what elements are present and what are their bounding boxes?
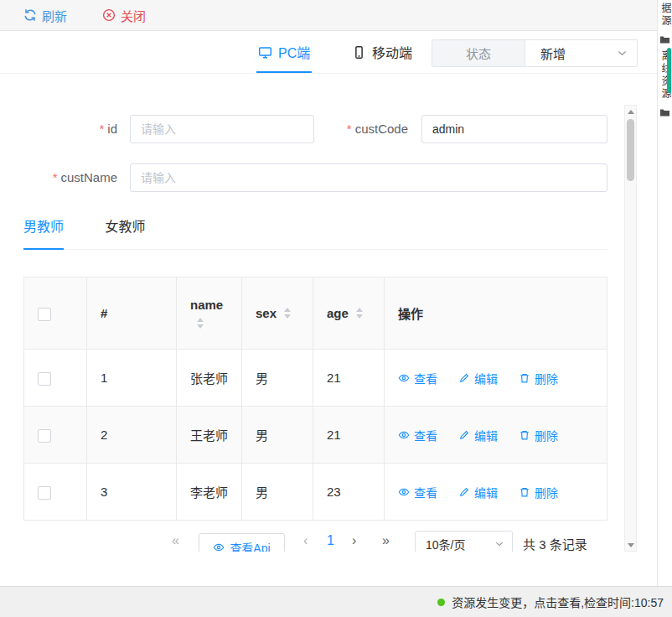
chevron-down-icon: [495, 542, 504, 547]
table-header-row: # name sex age 操作: [24, 277, 607, 350]
id-field-label: *id: [34, 115, 117, 143]
mobile-icon: [352, 45, 366, 60]
edit-icon: [458, 486, 470, 498]
status-action-group: 状态 新增: [432, 39, 638, 67]
chevron-down-icon: [618, 50, 627, 56]
edit-icon: [458, 372, 470, 384]
required-mark: *: [99, 122, 104, 136]
row-checkbox[interactable]: [38, 372, 51, 386]
cell-index: 1: [87, 350, 177, 407]
trash-icon: [519, 429, 530, 441]
col-header-age: age: [313, 277, 385, 350]
view-button[interactable]: 查看: [398, 427, 437, 443]
col-header-checkbox: [24, 277, 87, 350]
status-addon[interactable]: 状态: [432, 39, 525, 67]
scrollbar-thumb[interactable]: [627, 119, 634, 181]
action-select-value: 新增: [540, 44, 566, 62]
trash-icon: [519, 486, 530, 498]
page-size-select[interactable]: 10条/页: [415, 531, 513, 552]
eye-icon: [213, 542, 225, 552]
sort-icons[interactable]: [356, 308, 363, 319]
view-api-label: 查看Api: [230, 539, 270, 552]
trash-icon: [519, 372, 530, 384]
refresh-label: 刷新: [42, 7, 67, 24]
custcode-input[interactable]: [421, 115, 607, 143]
tab-male-teacher[interactable]: 男教师: [23, 218, 64, 250]
edit-button[interactable]: 编辑: [458, 484, 498, 500]
cell-sex: 男: [242, 407, 313, 464]
total-records-label: 共 3 条记录: [523, 535, 587, 552]
close-circle-icon: [102, 8, 116, 22]
cell-sex: 男: [242, 464, 313, 521]
edit-button[interactable]: 编辑: [458, 427, 498, 443]
cell-age: 21: [313, 407, 385, 464]
tab-mobile[interactable]: 移动端: [352, 31, 412, 73]
folder-icon[interactable]: [659, 106, 670, 117]
sort-icons[interactable]: [284, 308, 291, 319]
right-rail: 据源 离线资源: [657, 0, 672, 586]
view-button[interactable]: 查看: [398, 484, 437, 500]
id-input[interactable]: [130, 115, 314, 143]
first-page-button[interactable]: «: [172, 532, 179, 549]
pagination: « ‹ 1 › » 查看Api 10条/页 共 3 条记录: [23, 528, 607, 552]
cell-index: 3: [87, 464, 177, 521]
custcode-field-label: *custCode: [318, 115, 408, 143]
table-row: 2 王老师 男 21 查看 编辑 删除: [24, 407, 607, 464]
row-checkbox[interactable]: [38, 486, 51, 500]
monitor-icon: [258, 45, 272, 60]
row-checkbox[interactable]: [38, 429, 51, 443]
delete-button[interactable]: 删除: [519, 370, 558, 386]
status-dot: [437, 599, 445, 606]
edit-icon: [458, 429, 470, 441]
prev-page-button[interactable]: ‹: [303, 532, 308, 549]
view-tabbar: PC端 移动端 状态 新增: [0, 31, 657, 74]
sort-icons[interactable]: [197, 318, 204, 329]
required-mark: *: [53, 170, 58, 184]
select-all-checkbox[interactable]: [38, 308, 51, 321]
action-select[interactable]: 新增: [525, 39, 638, 67]
teacher-tabs: 男教师 女教师: [23, 218, 607, 250]
cell-index: 2: [87, 407, 177, 464]
col-header-sex: sex: [242, 277, 313, 350]
page-size-value: 10条/页: [426, 536, 465, 552]
rail-datasource-label[interactable]: 据源: [659, 3, 671, 28]
scroll-down-icon[interactable]: [625, 539, 636, 551]
tab-female-teacher[interactable]: 女教师: [105, 218, 145, 248]
cell-age: 21: [313, 350, 385, 407]
table-row: 3 李老师 男 23 查看 编辑 删除: [24, 464, 607, 521]
cell-name: 王老师: [177, 407, 242, 464]
col-header-index: #: [87, 277, 177, 350]
tab-pc[interactable]: PC端: [258, 31, 310, 73]
delete-button[interactable]: 删除: [519, 427, 558, 443]
edit-button[interactable]: 编辑: [458, 370, 498, 386]
next-page-button[interactable]: ›: [352, 532, 356, 549]
folder-icon[interactable]: [659, 34, 670, 44]
eye-icon: [398, 486, 410, 498]
col-header-name: name: [177, 277, 242, 350]
close-label: 关闭: [121, 7, 146, 24]
status-bar: 资源发生变更，点击查看,检查时间:10:57: [0, 586, 672, 617]
scroll-up-icon[interactable]: [625, 106, 636, 117]
last-page-button[interactable]: »: [382, 532, 390, 549]
refresh-icon: [23, 8, 37, 22]
view-button[interactable]: 查看: [398, 370, 437, 386]
custname-field-label: *custName: [17, 163, 117, 192]
teacher-table: # name sex age 操作 1 张老师 男 21 查看: [23, 277, 607, 521]
cell-name: 张老师: [177, 350, 242, 407]
eye-icon: [398, 429, 410, 441]
status-message[interactable]: 资源发生变更，点击查看,检查时间:10:57: [452, 594, 664, 610]
tab-mobile-label: 移动端: [372, 42, 412, 62]
current-page[interactable]: 1: [327, 532, 334, 549]
cell-age: 23: [313, 464, 385, 521]
rail-scroll-indicator[interactable]: [667, 48, 671, 93]
view-api-button[interactable]: 查看Api: [199, 533, 285, 552]
refresh-button[interactable]: 刷新: [23, 7, 67, 24]
vertical-scrollbar[interactable]: [624, 105, 637, 552]
close-button[interactable]: 关闭: [102, 7, 146, 24]
table-row: 1 张老师 男 21 查看 编辑 删除: [24, 350, 607, 407]
cell-name: 李老师: [177, 464, 242, 521]
required-mark: *: [347, 122, 352, 136]
custname-input[interactable]: [130, 163, 607, 192]
col-header-actions: 操作: [385, 277, 607, 350]
delete-button[interactable]: 删除: [519, 484, 558, 500]
